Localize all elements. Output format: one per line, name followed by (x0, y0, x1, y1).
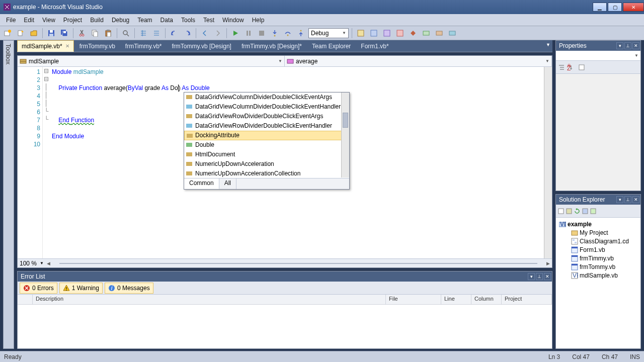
tree-node[interactable]: frmTimmy.vb (558, 254, 638, 262)
open-button[interactable] (28, 28, 39, 39)
close-button[interactable]: ✕ (623, 3, 644, 12)
pin-icon[interactable]: ⊥ (624, 196, 631, 203)
menu-file[interactable]: File (2, 16, 20, 25)
panel-menu-icon[interactable]: ▾ (616, 42, 623, 49)
dropdown-arrow-icon[interactable]: ▼ (40, 261, 44, 265)
new-project-button[interactable] (2, 28, 13, 39)
errors-filter-button[interactable]: 0 Errors (20, 283, 57, 294)
pin-icon[interactable]: ⊥ (536, 273, 543, 280)
toolbox-tab[interactable]: Toolbox (3, 40, 14, 349)
find-button[interactable] (120, 28, 131, 39)
intellisense-item[interactable]: DataGridViewColumnDividerDoubleClickEven… (184, 102, 349, 112)
close-tab-icon[interactable]: ✕ (65, 43, 69, 49)
categorized-button[interactable] (558, 64, 565, 71)
col-project[interactable]: Project (502, 295, 552, 304)
error-grid[interactable]: Description File Line Column Project (18, 295, 552, 348)
tree-node[interactable]: ClassDiagram1.cd (558, 237, 638, 245)
col-column[interactable]: Column (471, 295, 502, 304)
menu-view[interactable]: View (38, 16, 59, 25)
step-into-button[interactable] (269, 28, 280, 39)
start-debug-button[interactable] (230, 28, 241, 39)
undo-button[interactable] (169, 28, 180, 39)
menu-edit[interactable]: Edit (20, 16, 38, 25)
tool-btn[interactable] (408, 28, 419, 39)
properties-button[interactable] (558, 208, 564, 214)
messages-filter-button[interactable]: i0 Messages (105, 283, 153, 294)
close-icon[interactable]: ✕ (544, 273, 551, 280)
intellisense-scrollbar[interactable] (341, 93, 349, 177)
tool-btn[interactable] (368, 28, 379, 39)
refresh-button[interactable] (574, 208, 580, 214)
redo-button[interactable] (182, 28, 193, 39)
member-dropdown[interactable]: average ▼ (285, 56, 552, 66)
warnings-filter-button[interactable]: 1 Warning (59, 283, 103, 294)
pause-button[interactable] (243, 28, 254, 39)
intellisense-item[interactable]: DataGridViewRowDividerDoubleClickEventHa… (184, 121, 349, 131)
menu-help[interactable]: Help (248, 16, 269, 25)
tree-node[interactable]: My Project (558, 228, 638, 237)
tab-overflow-icon[interactable]: ▼ (546, 42, 550, 47)
paste-button[interactable] (103, 28, 114, 39)
step-over-button[interactable] (282, 28, 293, 39)
minimize-button[interactable]: ▁ (593, 3, 607, 12)
intellisense-item[interactable]: NumericUpDownAccelerationCollection (184, 169, 349, 178)
col-line[interactable]: Line (441, 295, 471, 304)
properties-grid[interactable] (556, 74, 640, 191)
panel-menu-icon[interactable]: ▾ (528, 273, 535, 280)
uncomment-button[interactable] (151, 28, 162, 39)
save-all-button[interactable] (59, 28, 70, 39)
col-file[interactable]: File (386, 295, 441, 304)
panel-menu-icon[interactable]: ▾ (616, 196, 623, 203)
intellisense-item[interactable]: Double (184, 140, 349, 150)
menu-debug[interactable]: Debug (108, 16, 133, 25)
intellisense-tab-all[interactable]: All (219, 178, 236, 189)
menu-build[interactable]: Build (86, 16, 108, 25)
tool-btn[interactable] (394, 28, 406, 39)
config-dropdown[interactable]: Debug▼ (308, 28, 349, 38)
tab-frmtommy-design[interactable]: frmTommy.vb [Design] (167, 41, 235, 52)
zoom-label[interactable]: 100 % (20, 260, 37, 267)
stop-button[interactable] (256, 28, 267, 39)
intellisense-list[interactable]: DataGridViewColumnDividerDoubleClickEven… (184, 93, 349, 178)
tree-node[interactable]: Form1.vb (558, 245, 638, 254)
close-icon[interactable]: ✕ (632, 196, 639, 203)
property-pages-button[interactable] (578, 64, 585, 71)
copy-button[interactable] (90, 28, 101, 39)
menu-team[interactable]: Team (133, 16, 156, 25)
intellisense-item[interactable]: NumericUpDownAcceleration (184, 159, 349, 169)
intellisense-item[interactable]: HtmlDocument (184, 150, 349, 159)
tree-node-project[interactable]: VBexample (558, 220, 638, 228)
nav-forward-button[interactable] (212, 28, 223, 39)
tab-team-explorer[interactable]: Team Explorer (307, 41, 355, 52)
menu-data[interactable]: Data (156, 16, 177, 25)
nav-back-button[interactable] (199, 28, 210, 39)
intellisense-item[interactable]: DataGridViewColumnDividerDoubleClickEven… (184, 93, 349, 102)
h-scroll[interactable] (53, 260, 543, 266)
type-dropdown[interactable]: mdlSample ▼ (18, 56, 285, 66)
tool-btn[interactable] (421, 28, 432, 39)
tab-frmtommy[interactable]: frmTommy.vb (75, 41, 120, 52)
tree-node[interactable]: frmTommy.vb (558, 262, 638, 271)
cut-button[interactable] (76, 28, 88, 39)
intellisense-tab-common[interactable]: Common (184, 178, 219, 189)
view-designer-button[interactable] (590, 208, 596, 214)
tab-mdlsample[interactable]: mdlSample.vb*✕ (17, 40, 74, 52)
comment-button[interactable] (138, 28, 149, 39)
pin-icon[interactable]: ⊥ (624, 42, 631, 49)
menu-project[interactable]: Project (59, 16, 86, 25)
tab-form1[interactable]: Form1.vb* (356, 41, 393, 52)
view-code-button[interactable] (582, 208, 588, 214)
close-icon[interactable]: ✕ (632, 42, 639, 49)
tool-btn[interactable] (355, 28, 366, 39)
properties-object-combo[interactable]: ▼ (556, 51, 640, 61)
intellisense-item-selected[interactable]: DockingAttribute (184, 131, 349, 140)
code-area[interactable]: 12345678910 ⊟⊟│││└└ Module mdlSample Pri… (18, 67, 552, 258)
tool-btn[interactable] (434, 28, 445, 39)
show-all-button[interactable] (566, 208, 572, 214)
tab-frmtimmy[interactable]: frmTimmy.vb* (121, 41, 167, 52)
tool-btn[interactable] (447, 28, 458, 39)
add-item-button[interactable] (15, 28, 26, 39)
fold-column[interactable]: ⊟⊟│││└└ (43, 67, 50, 258)
intellisense-item[interactable]: DataGridViewRowDividerDoubleClickEventAr… (184, 112, 349, 121)
tree-node[interactable]: VBmdlSample.vb (558, 271, 638, 280)
